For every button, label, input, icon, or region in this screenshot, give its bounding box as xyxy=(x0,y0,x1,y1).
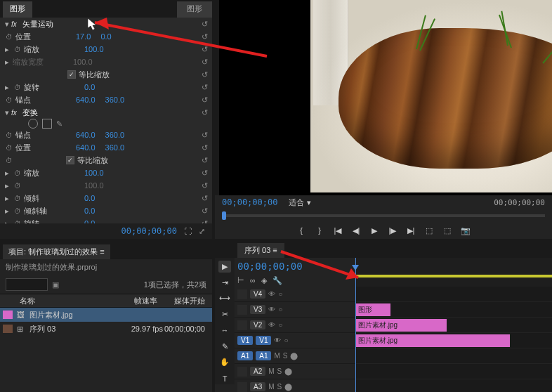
twirl-icon[interactable]: ▸ xyxy=(3,45,11,54)
twirl-icon[interactable]: ▾ xyxy=(3,20,11,29)
tab-graphics[interactable]: 图形 xyxy=(3,1,32,18)
solo-button[interactable]: S xyxy=(277,367,282,375)
source-patch[interactable] xyxy=(237,320,247,330)
linked-selection-icon[interactable]: ∞ xyxy=(250,276,256,285)
track-header-v1[interactable]: V1 V1 👁 ○ xyxy=(235,333,355,348)
reset-icon[interactable]: ↺ xyxy=(199,96,209,105)
ripple-tool[interactable]: ⟷ xyxy=(218,293,231,305)
anchor-y-value[interactable]: 360.0 xyxy=(105,96,135,104)
type-tool[interactable]: T xyxy=(218,372,231,384)
effect-transform[interactable]: ▾ fx 变换 ↺ xyxy=(0,106,212,119)
stopwatch-icon[interactable]: ⏱ xyxy=(14,169,21,177)
t-uniform-scale-checkbox[interactable]: 等比缩放 xyxy=(66,155,108,166)
zoom-icon[interactable]: ⛶ xyxy=(184,227,192,235)
timeline-ruler[interactable] xyxy=(355,258,552,289)
track-row-v4[interactable] xyxy=(355,287,552,302)
track-label[interactable]: A3 xyxy=(250,382,265,391)
mark-in-button[interactable]: { xyxy=(294,225,308,236)
stopwatch-icon[interactable]: ⏱ xyxy=(14,182,21,190)
track-row-a3[interactable] xyxy=(355,379,552,392)
selection-tool[interactable]: ▶ xyxy=(218,261,231,273)
track-content[interactable]: 图形 图片素材.jpg 图片素材.jpg xyxy=(355,287,552,392)
track-header-v4[interactable]: V4 👁 ○ xyxy=(235,287,355,302)
track-label[interactable]: A2 xyxy=(250,367,265,376)
fullscreen-icon[interactable]: ⤢ xyxy=(199,227,205,236)
project-item[interactable]: ⊞ 序列 03 29.97 fps 00;00;00;00 xyxy=(0,322,212,336)
reset-icon[interactable]: ↺ xyxy=(199,156,209,165)
scale-value[interactable]: 100.0 xyxy=(84,45,114,53)
effect-vector-motion[interactable]: ▾ fx 矢量运动 ↺ xyxy=(0,18,212,30)
t-skew-value[interactable]: 0.0 xyxy=(84,194,105,202)
snap-icon[interactable]: ⊢ xyxy=(237,276,244,285)
tab-menu-icon[interactable]: ≡ xyxy=(272,246,277,254)
program-viewer[interactable] xyxy=(219,0,552,195)
reset-icon[interactable]: ↺ xyxy=(199,32,209,41)
settings-icon[interactable]: 🔧 xyxy=(272,276,282,285)
reset-icon[interactable]: ↺ xyxy=(199,45,209,54)
razor-tool[interactable]: ✂ xyxy=(218,308,231,320)
program-slider[interactable] xyxy=(215,209,552,222)
playhead[interactable] xyxy=(355,258,356,288)
project-item[interactable]: 🖼 图片素材.jpg xyxy=(0,308,212,322)
extract-button[interactable]: ⬚ xyxy=(440,225,454,236)
project-tab[interactable]: 项目: 制作玻璃划过的效果 ≡ xyxy=(3,244,110,259)
reset-icon[interactable]: ↺ xyxy=(199,108,209,117)
track-row-a1[interactable] xyxy=(355,348,552,364)
fit-dropdown[interactable]: 适合 ▾ xyxy=(289,197,310,208)
track-row-v2[interactable]: 图片素材.jpg xyxy=(355,318,552,333)
twirl-icon[interactable]: ▸ xyxy=(3,58,11,67)
t-anchor-x[interactable]: 640.0 xyxy=(76,131,105,139)
twirl-icon[interactable]: ▸ xyxy=(3,207,11,216)
timeline-timecode[interactable]: 00;00;00;00 xyxy=(237,261,353,272)
anchor-x-value[interactable]: 640.0 xyxy=(76,96,105,104)
solo-button[interactable]: S xyxy=(283,352,288,360)
stopwatch-icon[interactable]: ⏱ xyxy=(6,131,13,139)
reset-icon[interactable]: ↺ xyxy=(199,143,209,152)
clip-v1[interactable]: 图片素材.jpg xyxy=(355,334,510,347)
effect-timecode[interactable]: 00;00;00;00 xyxy=(121,226,177,236)
track-header-a3[interactable]: A3 M S ⬤ xyxy=(235,379,355,392)
track-row-a2[interactable] xyxy=(355,364,552,379)
track-row-v3[interactable]: 图形 xyxy=(355,302,552,318)
step-forward-button[interactable]: |▶ xyxy=(386,225,400,236)
stopwatch-icon[interactable]: ⏱ xyxy=(6,144,13,152)
t-skewaxis-value[interactable]: 0.0 xyxy=(84,207,105,215)
tab-menu-icon[interactable]: ≡ xyxy=(100,247,104,256)
eye-icon[interactable]: 👁 xyxy=(274,337,281,344)
col-media-start[interactable]: 媒体开始 xyxy=(157,296,209,306)
mute-button[interactable]: M xyxy=(268,383,274,391)
reset-icon[interactable]: ↺ xyxy=(199,207,209,216)
reset-icon[interactable]: ↺ xyxy=(199,58,209,67)
track-header-a2[interactable]: A2 M S ⬤ xyxy=(235,364,355,379)
clip-graphics[interactable]: 图形 xyxy=(355,303,390,316)
mark-out-button[interactable]: } xyxy=(313,225,327,236)
track-label[interactable]: V3 xyxy=(250,305,265,314)
stopwatch-icon[interactable]: ⏱ xyxy=(6,96,13,104)
project-search-input[interactable] xyxy=(6,278,48,291)
stopwatch-icon[interactable]: ⏱ xyxy=(14,207,21,215)
track-header-a1[interactable]: A1 A1 M S ⬤ xyxy=(235,348,355,364)
twirl-icon[interactable]: ▸ xyxy=(3,83,11,92)
lock-icon[interactable]: ○ xyxy=(278,306,282,313)
source-patch[interactable] xyxy=(237,367,247,377)
eye-icon[interactable]: 👁 xyxy=(268,290,275,298)
playhead-line[interactable] xyxy=(355,287,356,392)
t-pos-x[interactable]: 640.0 xyxy=(76,143,105,152)
track-header-v2[interactable]: V2 👁 ○ xyxy=(235,318,355,333)
timeline-tab[interactable]: 序列 03 ≡ xyxy=(237,243,284,258)
reset-icon[interactable]: ↺ xyxy=(199,181,209,190)
go-to-in-button[interactable]: |◀ xyxy=(331,225,345,236)
lock-icon[interactable]: ○ xyxy=(278,290,282,298)
col-name[interactable]: 名称 xyxy=(3,296,108,306)
stopwatch-icon[interactable]: ⏱ xyxy=(14,84,21,91)
rotation-value[interactable]: 0.0 xyxy=(84,83,105,91)
reset-icon[interactable]: ↺ xyxy=(199,83,209,92)
twirl-icon[interactable]: ▸ xyxy=(3,181,11,190)
source-patch[interactable] xyxy=(237,289,247,299)
solo-button[interactable]: S xyxy=(277,383,282,391)
pen-tool[interactable]: ✎ xyxy=(218,341,231,353)
go-to-out-button[interactable]: ▶| xyxy=(404,225,418,236)
reset-icon[interactable]: ↺ xyxy=(199,169,209,178)
eye-icon[interactable]: 👁 xyxy=(268,306,275,313)
col-framerate[interactable]: 帧速率 xyxy=(108,296,157,306)
